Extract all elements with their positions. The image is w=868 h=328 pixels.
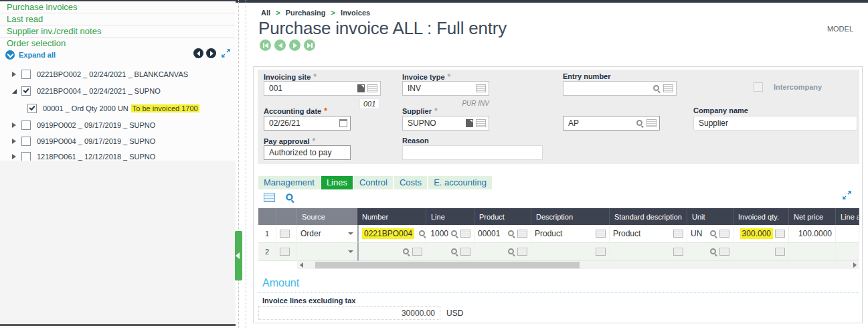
tab-control[interactable]: Control	[354, 176, 393, 189]
tab-management[interactable]: Management	[258, 176, 320, 189]
scroll-right-arrow[interactable]	[853, 262, 857, 268]
sidebar-item-supplier-inv[interactable]: Supplier inv./credit notes	[0, 25, 236, 37]
calendar-icon[interactable]	[339, 119, 347, 127]
company-code-field[interactable]	[563, 116, 660, 131]
jump-to-record-icon[interactable]	[357, 84, 365, 92]
cell-actions-icon[interactable]	[673, 230, 683, 238]
next-record-button[interactable]	[289, 39, 300, 51]
breadcrumb-purchasing[interactable]: Purchasing	[286, 9, 326, 17]
tree-item-label[interactable]: 00001 _ Ord Qty 2000 UN	[43, 104, 128, 112]
standard-description-cell[interactable]: Product	[610, 225, 687, 243]
tree-item[interactable]: 0221BPO004 _ 02/24/2021 _ SUPNO	[0, 84, 236, 98]
last-record-button[interactable]	[304, 39, 315, 51]
invoice-lines-excl-tax-input[interactable]	[259, 307, 440, 319]
entry-number-field[interactable]	[563, 81, 677, 96]
tree-item-label[interactable]: 1218PO061 _ 12/12/2018 _ SUPNO	[37, 153, 155, 161]
cell-actions-icon[interactable]	[775, 248, 785, 256]
field-actions-icon[interactable]	[663, 84, 673, 92]
line-amount-cell[interactable]	[836, 225, 859, 243]
cell-actions-icon[interactable]	[719, 248, 729, 256]
description-cell[interactable]	[531, 243, 610, 261]
intercompany-checkbox[interactable]	[754, 82, 763, 92]
tree-item-child[interactable]: 00001 _ Ord Qty 2000 UN To be invoiced 1…	[0, 101, 236, 116]
expand-all-link[interactable]: Expand all	[19, 51, 56, 59]
cell-actions-icon[interactable]	[517, 230, 527, 238]
invoicing-site-input[interactable]	[266, 84, 355, 93]
invoiced-qty-cell[interactable]	[733, 243, 789, 261]
lookup-icon[interactable]	[636, 119, 644, 127]
cell-actions-icon[interactable]	[460, 230, 470, 238]
tab-lines[interactable]: Lines	[321, 176, 353, 189]
expander-collapsed-icon[interactable]	[12, 139, 21, 144]
tree-item-label[interactable]: 0919PO004 _ 09/17/2019 _ SUPNO	[37, 137, 155, 145]
lookup-icon[interactable]	[507, 248, 515, 256]
tree-item[interactable]: 0919PO002 _ 09/17/2019 _ SUPNO	[0, 118, 236, 133]
tree-checkbox[interactable]	[21, 70, 31, 79]
tab-costs[interactable]: Costs	[394, 176, 427, 189]
tree-checkbox[interactable]	[21, 152, 31, 161]
cell-actions-icon[interactable]	[596, 248, 606, 256]
accounting-date-input[interactable]	[266, 118, 337, 128]
tree-checkbox[interactable]	[21, 137, 31, 146]
accounting-date-field[interactable]	[264, 116, 351, 131]
row-actions-icon[interactable]	[280, 248, 290, 256]
cell-actions-icon[interactable]	[596, 230, 606, 238]
source-cell[interactable]	[297, 243, 357, 261]
company-name-field[interactable]	[693, 116, 857, 131]
expander-collapsed-icon[interactable]	[12, 154, 21, 159]
grid-actions-icon[interactable]	[264, 193, 275, 202]
scrollbar-thumb[interactable]	[315, 262, 580, 268]
lookup-icon[interactable]	[418, 230, 426, 238]
cell-actions-icon[interactable]	[775, 230, 785, 238]
grid-expand-icon[interactable]	[843, 191, 851, 199]
tree-item-label[interactable]: 0221BPO004 _ 02/24/2021 _ SUPNO	[37, 87, 161, 95]
grid-search-icon[interactable]	[285, 193, 294, 202]
unit-cell[interactable]	[687, 243, 733, 261]
lookup-icon[interactable]	[450, 248, 458, 256]
standard-description-cell[interactable]	[610, 243, 687, 261]
panel-expand-icon[interactable]	[222, 49, 230, 58]
tree-item-label[interactable]: 0919PO002 _ 09/17/2019 _ SUPNO	[37, 121, 155, 129]
line-cell[interactable]: 1000	[426, 225, 474, 243]
field-actions-icon[interactable]	[367, 84, 377, 92]
breadcrumb-all[interactable]: All	[261, 9, 270, 17]
lookup-icon[interactable]	[402, 248, 410, 256]
row-actions-icon[interactable]	[280, 230, 290, 238]
sidebar-item-order-selection[interactable]: Order selection	[0, 37, 236, 49]
scroll-left-arrow[interactable]	[300, 262, 303, 268]
sidebar-item-last-read[interactable]: Last read	[0, 13, 236, 25]
line-amount-cell[interactable]	[836, 243, 859, 261]
reason-input[interactable]	[404, 148, 539, 157]
entry-number-input[interactable]	[565, 84, 650, 93]
cell-actions-icon[interactable]	[719, 230, 729, 238]
lookup-icon[interactable]	[507, 230, 515, 238]
jump-to-record-icon[interactable]	[466, 119, 473, 127]
invoicing-site-field[interactable]	[264, 81, 381, 96]
tree-checkbox[interactable]	[21, 86, 31, 96]
first-record-button[interactable]	[260, 39, 271, 51]
lookup-icon[interactable]	[709, 230, 717, 238]
tree-next-button[interactable]	[206, 48, 216, 58]
tree-prev-button[interactable]	[193, 48, 203, 58]
supplier-input[interactable]	[404, 118, 463, 128]
company-code-input[interactable]	[565, 118, 633, 128]
expander-collapsed-icon[interactable]	[12, 72, 21, 77]
cell-actions-icon[interactable]	[460, 248, 470, 256]
net-price-cell[interactable]: 100.0000	[789, 225, 836, 243]
company-name-input[interactable]	[695, 118, 854, 128]
cell-actions-icon[interactable]	[517, 248, 527, 256]
tree-item[interactable]: 0221BPO002 _ 02/24/2021 _ BLANKCANVAS	[0, 67, 236, 82]
tree-item[interactable]: 0919PO004 _ 09/17/2019 _ SUPNO	[0, 134, 236, 149]
breadcrumb-invoices[interactable]: Invoices	[341, 9, 370, 17]
field-actions-icon[interactable]	[646, 119, 657, 127]
dropdown-caret-icon[interactable]	[348, 232, 353, 235]
tree-item-label[interactable]: 0221BPO002 _ 02/24/2021 _ BLANKCANVAS	[37, 70, 188, 78]
field-actions-icon[interactable]	[476, 84, 486, 92]
row-actions-cell[interactable]	[276, 225, 297, 243]
invoice-type-field[interactable]	[402, 81, 489, 96]
tree-item-highlight[interactable]: To be invoiced 1700	[131, 104, 199, 112]
supplier-field[interactable]	[402, 116, 489, 131]
tab-e-accounting[interactable]: E. accounting	[428, 176, 492, 189]
lookup-icon[interactable]	[450, 230, 458, 238]
product-cell[interactable]: 00001	[474, 225, 531, 243]
